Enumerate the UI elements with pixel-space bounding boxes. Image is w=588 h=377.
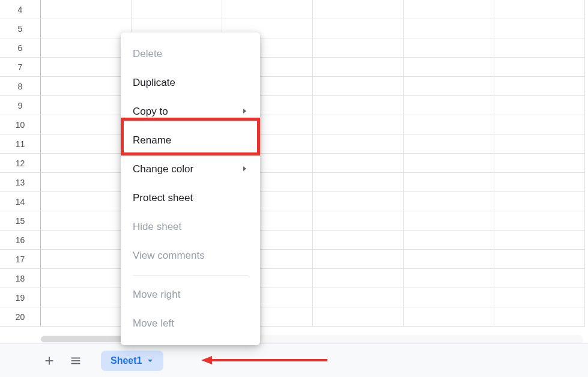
row-header[interactable]: 7 [0,58,41,77]
row-header[interactable]: 15 [0,211,41,231]
sheet-tab[interactable]: Sheet1 [101,351,163,371]
cell[interactable] [313,307,404,327]
row-header[interactable]: 8 [0,77,41,96]
cell[interactable] [41,269,132,288]
cell[interactable] [494,231,585,250]
cell[interactable] [494,154,585,173]
cell[interactable] [404,96,494,115]
cell[interactable] [494,115,585,134]
row-header[interactable]: 19 [0,288,41,307]
cell[interactable] [494,58,585,77]
menu-item-change-color[interactable]: Change color [121,155,260,184]
cell[interactable] [313,288,404,307]
cell[interactable] [404,154,494,173]
cell[interactable] [494,77,585,96]
sheet-tab-dropdown[interactable] [147,357,154,364]
cell[interactable] [313,19,404,38]
row-header[interactable]: 14 [0,192,41,211]
cell[interactable] [404,58,494,77]
cell[interactable] [404,77,494,96]
cell[interactable] [313,231,404,250]
all-sheets-button[interactable] [62,349,89,373]
cell[interactable] [41,0,132,19]
cell[interactable] [404,115,494,134]
cell[interactable] [313,269,404,288]
cell[interactable] [41,96,132,115]
cell[interactable] [313,173,404,192]
row-header[interactable]: 13 [0,173,41,192]
cell[interactable] [494,211,585,231]
row-header[interactable]: 17 [0,250,41,269]
row-header[interactable]: 5 [0,19,41,38]
cell[interactable] [313,134,404,154]
row-header[interactable]: 9 [0,96,41,115]
cell[interactable] [494,38,585,58]
row-header[interactable]: 16 [0,231,41,250]
cell[interactable] [222,0,313,19]
cell[interactable] [494,134,585,154]
menu-item-rename[interactable]: Rename [121,126,260,155]
cell[interactable] [41,231,132,250]
cell[interactable] [313,58,404,77]
cell[interactable] [404,192,494,211]
cell[interactable] [404,269,494,288]
cell[interactable] [494,307,585,327]
menu-item-label: Duplicate [133,76,175,90]
cell[interactable] [41,154,132,173]
cell[interactable] [494,173,585,192]
row-header[interactable]: 11 [0,134,41,154]
cell[interactable] [41,288,132,307]
cell[interactable] [313,96,404,115]
cell[interactable] [404,231,494,250]
cell[interactable] [41,192,132,211]
cell[interactable] [313,250,404,269]
cell[interactable] [313,192,404,211]
cell[interactable] [313,77,404,96]
cell[interactable] [41,19,132,38]
row-header[interactable]: 6 [0,38,41,58]
cell[interactable] [494,192,585,211]
row-header[interactable]: 18 [0,269,41,288]
cell[interactable] [41,173,132,192]
menu-item-copy-to[interactable]: Copy to [121,97,260,126]
cell[interactable] [41,77,132,96]
cell[interactable] [313,154,404,173]
cell[interactable] [313,115,404,134]
menu-item-protect-sheet[interactable]: Protect sheet [121,184,260,213]
cell[interactable] [494,19,585,38]
cell[interactable] [313,38,404,58]
row-header[interactable]: 12 [0,154,41,173]
cell[interactable] [313,211,404,231]
row-header[interactable]: 20 [0,307,41,327]
cell[interactable] [494,269,585,288]
cell[interactable] [404,134,494,154]
cell[interactable] [404,19,494,38]
sheet-tab-bar: Sheet1 [0,343,588,377]
cell[interactable] [313,0,404,19]
cell[interactable] [404,211,494,231]
cell[interactable] [404,38,494,58]
cell[interactable] [132,0,222,19]
cell[interactable] [404,288,494,307]
cell[interactable] [404,250,494,269]
cell[interactable] [404,307,494,327]
cell[interactable] [41,58,132,77]
cell[interactable] [41,115,132,134]
cell[interactable] [494,288,585,307]
cell[interactable] [41,250,132,269]
row-header[interactable]: 4 [0,0,41,19]
cell[interactable] [404,173,494,192]
menu-item-duplicate[interactable]: Duplicate [121,68,260,97]
cell[interactable] [494,96,585,115]
row-header[interactable]: 10 [0,115,41,134]
menu-item-move-left: Move left [121,309,260,338]
cell[interactable] [41,211,132,231]
cell[interactable] [404,0,494,19]
cell[interactable] [41,307,132,327]
cell[interactable] [41,134,132,154]
cell[interactable] [494,250,585,269]
cell[interactable] [41,38,132,58]
add-sheet-button[interactable] [36,349,62,373]
menu-item-view-comments: View comments [121,241,260,270]
cell[interactable] [494,0,585,19]
